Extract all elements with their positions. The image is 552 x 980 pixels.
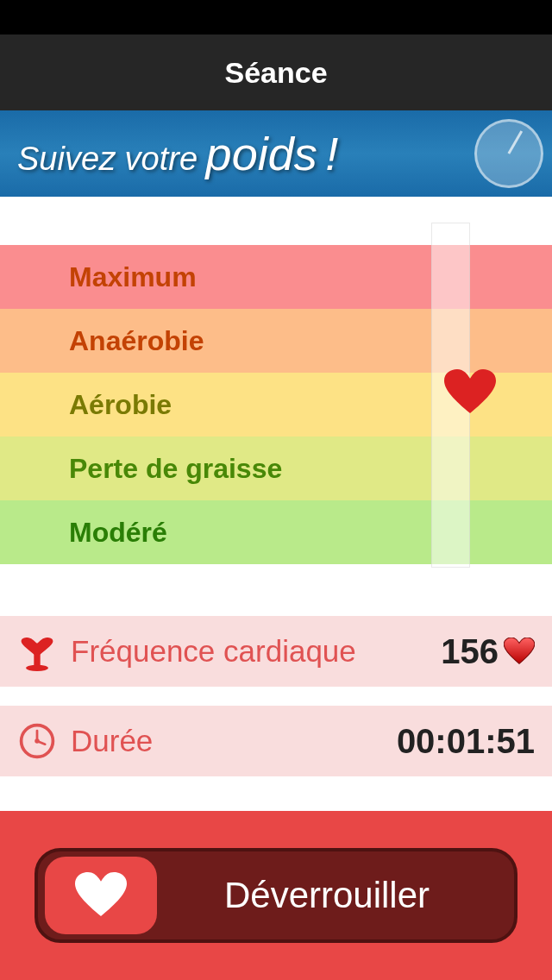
unlock-label: Déverrouiller xyxy=(157,875,514,916)
duration-row: Durée 00:01:51 xyxy=(0,706,552,776)
banner-text-part3: ! xyxy=(325,128,338,179)
heart-marker-icon[interactable] xyxy=(444,369,496,416)
status-bar xyxy=(0,0,552,35)
nav-bar: Séance xyxy=(0,35,552,110)
heartrate-value-container: 156 xyxy=(441,632,535,671)
duration-value: 00:01:51 xyxy=(397,722,535,761)
heartrate-icon xyxy=(17,631,57,671)
clock-icon xyxy=(474,119,543,188)
banner-text: Suivez votre poids ! xyxy=(17,127,338,180)
bottom-bar: Déverrouiller xyxy=(0,811,552,980)
heartrate-label: Fréquence cardiaque xyxy=(71,634,441,669)
zone-label: Anaérobie xyxy=(69,325,204,357)
zone-label: Maximum xyxy=(69,261,197,293)
svg-line-5 xyxy=(37,741,45,744)
zone-label: Modéré xyxy=(69,517,167,549)
heart-icon xyxy=(504,638,535,665)
heartrate-value: 156 xyxy=(441,632,499,671)
heartrate-row: Fréquence cardiaque 156 xyxy=(0,616,552,687)
duration-label: Durée xyxy=(71,724,397,758)
clock-icon xyxy=(17,721,57,761)
banner-text-part1: Suivez votre xyxy=(17,141,198,177)
zone-label: Aérobie xyxy=(69,389,172,421)
page-title: Séance xyxy=(224,56,327,90)
unlock-button[interactable]: Déverrouiller xyxy=(34,848,518,943)
heartrate-zones: Maximum Anaérobie Aérobie Perte de grais… xyxy=(0,197,552,616)
weight-banner[interactable]: Suivez votre poids ! xyxy=(0,110,552,197)
info-section: Fréquence cardiaque 156 xyxy=(0,616,552,776)
unlock-slider-handle[interactable] xyxy=(45,857,157,934)
svg-point-1 xyxy=(26,665,48,671)
heart-icon xyxy=(74,872,128,919)
banner-text-part2: poids xyxy=(206,128,317,179)
zone-label: Perte de graisse xyxy=(69,453,282,485)
